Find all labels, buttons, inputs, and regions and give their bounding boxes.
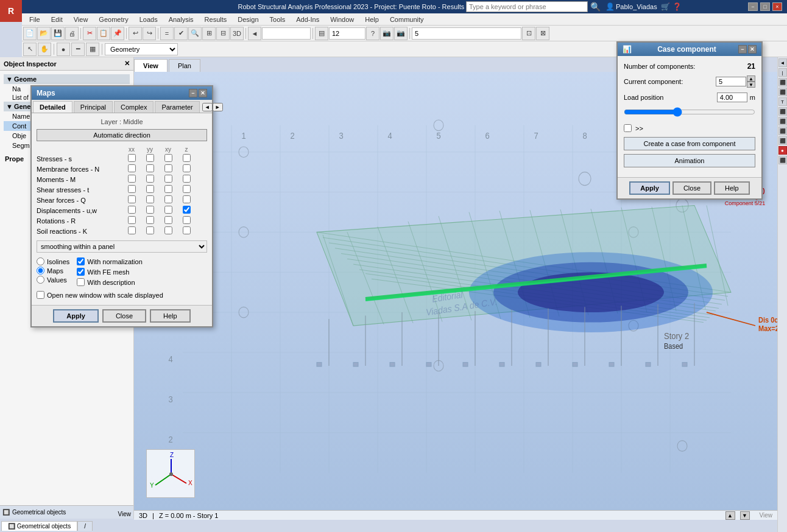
maps-cb-6-z[interactable] — [183, 216, 191, 224]
maps-cb-6-yy[interactable] — [146, 216, 154, 224]
nav-down-btn[interactable]: ▼ — [740, 511, 750, 520]
nav-up-btn[interactable]: ▲ — [725, 511, 735, 520]
tb-dropdown-1[interactable] — [262, 27, 311, 40]
cc-close-btn[interactable]: ✕ — [748, 45, 757, 54]
cc-help-btn[interactable]: Help — [714, 181, 750, 195]
close-button[interactable]: × — [772, 2, 782, 11]
maps-cb-5-xx[interactable] — [128, 206, 136, 214]
rt-btn-10[interactable]: ⬛ — [778, 156, 787, 164]
tb-copy[interactable]: 📋 — [97, 27, 110, 40]
maps-cb-0-xy[interactable] — [164, 154, 172, 162]
maps-cb-1-xx[interactable] — [128, 164, 136, 172]
rt-btn-red[interactable]: ● — [778, 146, 787, 155]
maps-cb-6-xy[interactable] — [164, 216, 172, 224]
maps-cb-1-yy[interactable] — [146, 164, 154, 172]
tb-redo[interactable]: ↪ — [143, 27, 156, 40]
tb-zoom[interactable]: 🔍 — [188, 27, 202, 40]
oi-close-icon[interactable]: ✕ — [124, 60, 130, 68]
menu-community[interactable]: Community — [385, 15, 429, 24]
tb2-node[interactable]: ● — [57, 43, 70, 56]
tb-zoom2[interactable]: ⊟ — [216, 27, 230, 40]
rt-btn-5[interactable]: T — [778, 97, 787, 106]
cc-spin-up[interactable]: ▲ — [747, 75, 755, 82]
maximize-button[interactable]: □ — [760, 2, 770, 11]
menu-geometry[interactable]: Geometry — [94, 15, 133, 24]
cb-normalization[interactable] — [77, 257, 85, 265]
rt-btn-4[interactable]: ⬛ — [778, 88, 787, 96]
menu-analysis[interactable]: Analysis — [164, 15, 199, 24]
cc-load-pos-input[interactable] — [717, 93, 747, 102]
radio-isolines[interactable] — [37, 257, 44, 265]
maps-cb-0-xx[interactable] — [128, 154, 136, 162]
tb-snapshot[interactable]: 📷 — [380, 27, 394, 40]
cb-description[interactable] — [77, 278, 85, 286]
cc-apply-btn[interactable]: Apply — [629, 181, 670, 195]
cc-current-input[interactable] — [716, 77, 746, 86]
maps-tab-prev[interactable]: ◄ — [202, 103, 213, 111]
rt-btn-3[interactable]: ⬛ — [778, 78, 787, 86]
oi-bottom-tab[interactable]: 🔲 — [2, 509, 10, 516]
tb-step-icon2[interactable]: ⊠ — [536, 27, 549, 40]
tb-arrow-left[interactable]: ◄ — [248, 27, 261, 40]
cc-checkbox[interactable] — [624, 124, 632, 132]
maps-tab-complex[interactable]: Complex — [114, 101, 154, 113]
tb2-pan[interactable]: ✋ — [38, 43, 51, 56]
maps-cb-2-xy[interactable] — [164, 175, 172, 183]
minimize-button[interactable]: − — [748, 2, 758, 11]
maps-tab-next[interactable]: ► — [213, 103, 223, 111]
menu-view[interactable]: View — [69, 15, 93, 24]
search-input[interactable] — [466, 1, 588, 12]
bottom-tab-2[interactable]: / — [77, 521, 93, 531]
tb-step-input[interactable] — [412, 27, 521, 40]
maps-cb-2-yy[interactable] — [146, 175, 154, 183]
maps-cb-3-xy[interactable] — [164, 185, 172, 193]
menu-loads[interactable]: Loads — [135, 15, 163, 24]
cc-close-btn-footer[interactable]: Close — [672, 181, 711, 195]
radio-values[interactable] — [37, 276, 44, 284]
tb-calc[interactable]: = — [160, 27, 174, 40]
maps-cb-7-xx[interactable] — [128, 226, 136, 234]
tb-question[interactable]: ? — [366, 27, 379, 40]
menu-file[interactable]: File — [24, 15, 45, 24]
tb-cut[interactable]: ✂ — [83, 27, 96, 40]
tb-num-icon[interactable]: ▤ — [315, 27, 328, 40]
maps-auto-direction-btn[interactable]: Automatic direction — [37, 129, 207, 141]
tb-print[interactable]: 🖨 — [65, 27, 79, 40]
oi-geom-tab[interactable]: Geometrical objects — [12, 509, 66, 516]
maps-cb-3-z[interactable] — [183, 185, 191, 193]
menu-tools[interactable]: Tools — [265, 15, 291, 24]
maps-minimize-btn[interactable]: − — [189, 89, 197, 97]
radio-maps[interactable] — [37, 267, 44, 275]
maps-tab-detailed[interactable]: Detailed — [33, 101, 72, 113]
maps-cb-4-xx[interactable] — [128, 195, 136, 203]
tb-check[interactable]: ✔ — [174, 27, 188, 40]
maps-cb-0-yy[interactable] — [146, 154, 154, 162]
tb-open[interactable]: 📂 — [37, 27, 51, 40]
rt-btn-7[interactable]: ⬛ — [778, 117, 787, 125]
maps-cb-7-yy[interactable] — [146, 226, 154, 234]
tb2-bar[interactable]: ━ — [71, 43, 85, 56]
maps-cb-2-z[interactable] — [183, 175, 191, 183]
menu-addins[interactable]: Add-Ins — [291, 15, 324, 24]
geometry-dropdown[interactable]: Geometry — [105, 43, 178, 55]
maps-cb-0-z[interactable] — [183, 154, 191, 162]
maps-cb-4-xy[interactable] — [164, 195, 172, 203]
maps-tab-parameter[interactable]: Parameter — [155, 101, 199, 113]
maps-cb-2-xx[interactable] — [128, 175, 136, 183]
cc-create-case-btn[interactable]: Create a case from component — [624, 137, 755, 150]
tb-number-input[interactable] — [329, 27, 365, 40]
tb2-select[interactable]: ↖ — [23, 43, 37, 56]
maps-cb-3-yy[interactable] — [146, 185, 154, 193]
menu-window[interactable]: Window — [325, 15, 359, 24]
menu-results[interactable]: Results — [200, 15, 232, 24]
tab-view[interactable]: View — [134, 59, 168, 72]
cb-mesh[interactable] — [77, 268, 85, 276]
cc-animation-btn[interactable]: Animation — [624, 154, 755, 167]
rt-btn-2[interactable]: | — [778, 68, 787, 77]
menu-edit[interactable]: Edit — [46, 15, 68, 24]
tb-zoom-extent[interactable]: ⊞ — [202, 27, 216, 40]
tb-paste[interactable]: 📌 — [111, 27, 124, 40]
tb-new[interactable]: 📄 — [23, 27, 37, 40]
bottom-tab-geom[interactable]: 🔲 Geometrical objects — [1, 521, 77, 531]
maps-cb-1-xy[interactable] — [164, 164, 172, 172]
